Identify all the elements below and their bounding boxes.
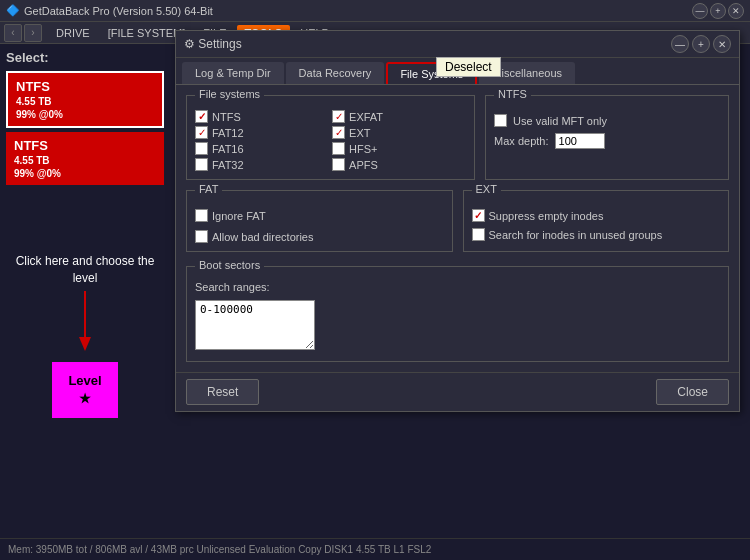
close-button[interactable]: ✕ — [728, 3, 744, 19]
ext-search-row: Search for inodes in unused groups — [472, 228, 721, 241]
fs-fat12: FAT12 — [195, 126, 329, 139]
callout-arrow — [14, 291, 156, 358]
status-bar: Mem: 3950MB tot / 806MB avl / 43MB prc U… — [0, 538, 750, 560]
ext-suppress-checkbox[interactable] — [472, 209, 485, 222]
fs-apfs-checkbox[interactable] — [332, 158, 345, 171]
fs-ext: EXT — [332, 126, 466, 139]
ext-group: EXT Suppress empty inodes Search for ino… — [463, 190, 730, 252]
boot-sectors-group: Boot sectors Search ranges: 0-100000 — [186, 266, 729, 362]
top-panels-row: File systems NTFS EXFAT FAT12 — [186, 95, 729, 180]
fs-exfat-checkbox[interactable] — [332, 110, 345, 123]
fat-group: FAT Ignore FAT Allow bad directories — [186, 190, 453, 252]
dialog-controls: — + ✕ — [671, 35, 731, 53]
fs-fat32: FAT32 — [195, 158, 329, 171]
boot-search-ranges-input[interactable]: 0-100000 — [195, 300, 315, 350]
fs-fat16: FAT16 — [195, 142, 329, 155]
level-button-star: ★ — [68, 390, 101, 408]
file-systems-title: File systems — [195, 88, 264, 100]
drive-size-2: 4.55 TB — [14, 155, 156, 166]
fat-allowbad-row: Allow bad directories — [195, 230, 444, 243]
ext-search-label: Search for inodes in unused groups — [489, 229, 663, 241]
fat-ignore-row: Ignore FAT — [195, 209, 444, 222]
file-systems-group: File systems NTFS EXFAT FAT12 — [186, 95, 475, 180]
fs-exfat-label: EXFAT — [349, 111, 383, 123]
ntfs-max-depth-input[interactable] — [555, 133, 605, 149]
ext-suppress-label: Suppress empty inodes — [489, 210, 604, 222]
drive-item-2[interactable]: NTFS 4.55 TB 99% @0% — [6, 132, 164, 185]
dialog-title-bar: ⚙ Settings — + ✕ — [176, 31, 739, 58]
nav-arrows: ‹ › — [4, 24, 42, 42]
fs-fat32-label: FAT32 — [212, 159, 244, 171]
status-text: Mem: 3950MB tot / 806MB avl / 43MB prc U… — [8, 544, 431, 555]
deselect-tooltip: Deselect — [436, 57, 501, 77]
fs-fat16-checkbox[interactable] — [195, 142, 208, 155]
level-button[interactable]: Level ★ — [52, 362, 117, 418]
fs-hfsplus-checkbox[interactable] — [332, 142, 345, 155]
drive-percent-1: 99% @0% — [16, 109, 154, 120]
close-button-dialog[interactable]: Close — [656, 379, 729, 405]
tab-data-recovery[interactable]: Data Recovery — [286, 62, 385, 84]
app-title: GetDataBack Pro (Version 5.50) 64-Bit — [24, 5, 213, 17]
fs-fat16-label: FAT16 — [212, 143, 244, 155]
ntfs-max-depth-row: Max depth: — [494, 133, 720, 149]
drive-item-1[interactable]: NTFS 4.55 TB 99% @0% — [6, 71, 164, 128]
ntfs-valid-mft-checkbox[interactable] — [494, 114, 507, 127]
minimize-button[interactable]: — — [692, 3, 708, 19]
select-label: Select: — [6, 50, 164, 65]
svg-marker-1 — [79, 337, 91, 351]
boot-search-ranges-label: Search ranges: — [195, 281, 315, 293]
maximize-button[interactable]: + — [710, 3, 726, 19]
fat-ignore-checkbox[interactable] — [195, 209, 208, 222]
dialog-body: File systems NTFS EXFAT FAT12 — [176, 85, 739, 372]
fs-hfsplus-label: HFS+ — [349, 143, 377, 155]
drive-name-2: NTFS — [14, 138, 156, 153]
fs-ext-label: EXT — [349, 127, 370, 139]
callout-box: Click here and choose the level Level ★ — [6, 245, 164, 426]
tab-log-temp[interactable]: Log & Temp Dir — [182, 62, 284, 84]
ext-title: EXT — [472, 183, 501, 195]
nav-back-button[interactable]: ‹ — [4, 24, 22, 42]
ntfs-title: NTFS — [494, 88, 531, 100]
fs-fat12-label: FAT12 — [212, 127, 244, 139]
dialog-close-button[interactable]: ✕ — [713, 35, 731, 53]
level-button-label: Level — [68, 372, 101, 390]
fs-hfsplus: HFS+ — [332, 142, 466, 155]
main-content: Select: NTFS 4.55 TB 99% @0% NTFS 4.55 T… — [0, 44, 750, 538]
fs-fat32-checkbox[interactable] — [195, 158, 208, 171]
app-icon: 🔷 — [6, 4, 20, 17]
settings-dialog: ⚙ Settings — + ✕ Deselect Log & Temp Dir… — [175, 30, 740, 412]
ext-suppress-row: Suppress empty inodes — [472, 209, 721, 222]
fs-apfs: APFS — [332, 158, 466, 171]
ntfs-group: NTFS Use valid MFT only Max depth: — [485, 95, 729, 180]
ntfs-valid-mft-label: Use valid MFT only — [513, 115, 607, 127]
ntfs-valid-mft-row: Use valid MFT only — [494, 114, 720, 127]
ntfs-max-depth-label: Max depth: — [494, 135, 548, 147]
fs-ntfs-label: NTFS — [212, 111, 241, 123]
dialog-maximize-button[interactable]: + — [692, 35, 710, 53]
sidebar: Select: NTFS 4.55 TB 99% @0% NTFS 4.55 T… — [0, 44, 170, 538]
callout-text: Click here and choose the level — [16, 254, 155, 285]
ext-search-checkbox[interactable] — [472, 228, 485, 241]
drive-name-1: NTFS — [16, 79, 154, 94]
fs-ntfs-checkbox[interactable] — [195, 110, 208, 123]
title-bar: 🔷 GetDataBack Pro (Version 5.50) 64-Bit … — [0, 0, 750, 22]
fs-fat12-checkbox[interactable] — [195, 126, 208, 139]
boot-sectors-title: Boot sectors — [195, 259, 264, 271]
fs-ext-checkbox[interactable] — [332, 126, 345, 139]
dialog-minimize-button[interactable]: — — [671, 35, 689, 53]
fat-title: FAT — [195, 183, 222, 195]
fs-exfat: EXFAT — [332, 110, 466, 123]
fat-allowbad-label: Allow bad directories — [212, 231, 314, 243]
dialog-footer: Reset Close — [176, 372, 739, 411]
bottom-panels-row: FAT Ignore FAT Allow bad directories — [186, 190, 729, 252]
fs-ntfs: NTFS — [195, 110, 329, 123]
nav-forward-button[interactable]: › — [24, 24, 42, 42]
fat-ignore-label: Ignore FAT — [212, 210, 266, 222]
drive-size-1: 4.55 TB — [16, 96, 154, 107]
reset-button[interactable]: Reset — [186, 379, 259, 405]
file-systems-grid: NTFS EXFAT FAT12 EXT — [195, 110, 466, 171]
window-controls: — + ✕ — [692, 3, 744, 19]
menu-drive[interactable]: DRIVE — [48, 25, 98, 41]
fat-allowbad-checkbox[interactable] — [195, 230, 208, 243]
fs-apfs-label: APFS — [349, 159, 378, 171]
